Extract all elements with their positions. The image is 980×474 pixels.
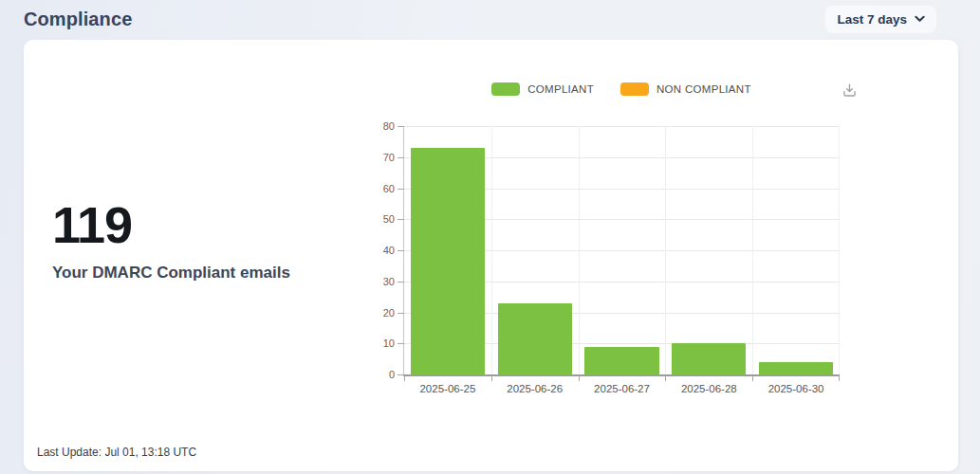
y-tick-label: 40: [383, 245, 395, 256]
y-tick-label: 70: [383, 152, 395, 163]
y-axis-tick: [398, 343, 404, 344]
y-axis-tick: [398, 282, 404, 283]
y-tick-label: 20: [383, 307, 395, 319]
x-axis-tick: [491, 376, 492, 381]
download-chart-button[interactable]: [838, 80, 860, 102]
x-axis-tick: [839, 376, 840, 381]
date-range-selector[interactable]: Last 7 days: [825, 6, 936, 33]
y-axis-tick: [398, 189, 404, 190]
page-title: Compliance: [24, 9, 132, 30]
legend-label: NON COMPLIANT: [656, 83, 751, 95]
y-axis-tick: [398, 313, 404, 314]
x-grid-line: [491, 126, 492, 374]
x-tick-label: 2025-06-28: [681, 383, 737, 394]
x-grid-line: [839, 126, 840, 374]
chevron-down-icon: [915, 15, 925, 23]
x-tick-label: 2025-06-26: [507, 383, 563, 394]
compliance-card: 119 Your DMARC Compliant emails COMPLIAN…: [24, 40, 958, 471]
x-axis-tick: [665, 376, 666, 381]
legend-label: COMPLIANT: [527, 83, 594, 95]
x-tick-label: 2025-06-30: [768, 383, 824, 394]
y-tick-label: 60: [383, 183, 395, 194]
x-grid-line: [579, 126, 580, 374]
compliant-count-label: Your DMARC Compliant emails: [52, 264, 384, 283]
x-tick-label: 2025-06-25: [419, 383, 475, 394]
y-axis-tick: [398, 126, 404, 127]
y-axis-tick: [398, 250, 404, 251]
x-grid-line: [752, 126, 753, 374]
top-bar: Compliance Last 7 days: [0, 0, 980, 38]
y-tick-label: 50: [383, 213, 395, 225]
last-update-text: Last Update: Jul 01, 13:18 UTC: [37, 446, 196, 459]
y-axis-tick: [398, 157, 404, 158]
x-axis-tick: [752, 376, 753, 381]
x-tick-label: 2025-06-27: [594, 383, 650, 394]
y-grid-line: [404, 126, 840, 127]
date-range-label: Last 7 days: [837, 12, 907, 27]
chart-legend: COMPLIANTNON COMPLIANT: [403, 82, 840, 97]
bar-2025-06-30: [759, 362, 833, 374]
y-axis-tick: [398, 219, 404, 220]
bar-2025-06-25: [411, 148, 485, 374]
y-tick-label: 80: [383, 120, 395, 132]
legend-item-non-compliant[interactable]: NON COMPLIANT: [620, 82, 751, 96]
x-grid-line: [665, 126, 666, 374]
compliant-stat: 119 Your DMARC Compliant emails: [52, 199, 384, 283]
y-axis-tick: [398, 374, 404, 375]
chart-plot: 010203040506070802025-06-252025-06-26202…: [403, 126, 840, 376]
bar-2025-06-26: [498, 303, 572, 374]
x-axis-tick: [579, 376, 580, 381]
y-tick-label: 10: [383, 337, 395, 349]
legend-item-compliant[interactable]: COMPLIANT: [491, 82, 594, 96]
compliant-count: 119: [52, 199, 384, 250]
download-icon: [841, 82, 859, 100]
legend-swatch: [491, 82, 520, 96]
y-tick-label: 0: [389, 369, 395, 380]
legend-swatch: [620, 82, 649, 96]
bar-2025-06-27: [584, 347, 658, 374]
bar-2025-06-28: [672, 343, 746, 374]
y-tick-label: 30: [383, 276, 395, 287]
x-axis-tick: [404, 376, 405, 381]
